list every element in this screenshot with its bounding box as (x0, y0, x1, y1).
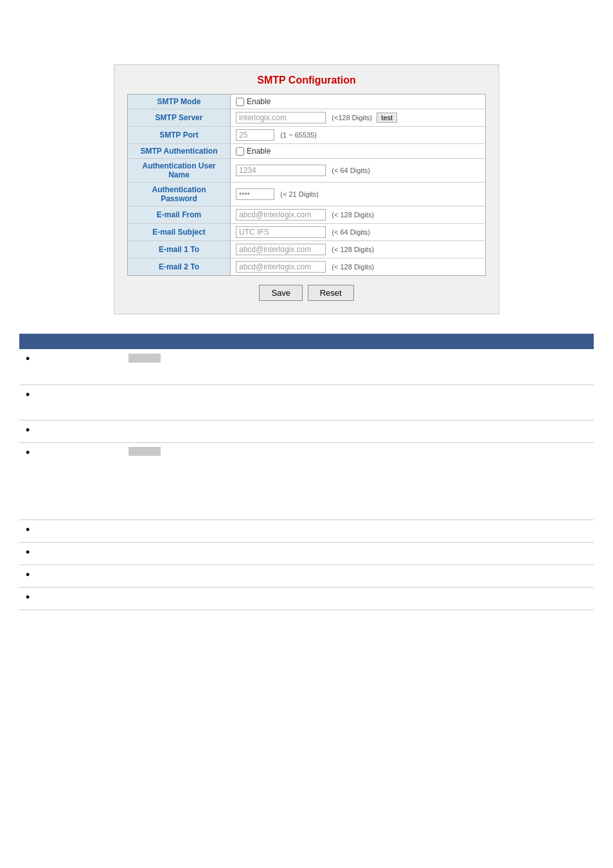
auth-password-value: (< 21 Digits) (231, 183, 486, 206)
email-from-hint: (< 128 Digits) (332, 211, 374, 219)
list-item: • (19, 420, 594, 442)
smtp-port-hint: (1 ~ 65535) (280, 131, 317, 139)
bullet-icon: • (26, 546, 30, 559)
lower-row-col2 (122, 442, 594, 520)
smtp-card: SMTP Configuration SMTP Mode Enable SMTP… (114, 64, 499, 314)
list-item: • (19, 542, 594, 565)
page-wrapper: SMTP Configuration SMTP Mode Enable SMTP… (0, 0, 613, 623)
email2-to-input[interactable] (236, 261, 326, 273)
lower-row-col1: • (19, 565, 122, 587)
lower-row-col2 (122, 520, 594, 542)
table-row: SMTP Mode Enable (128, 95, 486, 109)
lower-table-header-col1 (19, 334, 122, 349)
table-row: SMTP Authentication Enable (128, 144, 486, 159)
smtp-mode-value: Enable (231, 95, 486, 109)
lower-table-header-row (19, 334, 594, 349)
lower-table: • • • (19, 334, 594, 610)
bullet-icon: • (26, 523, 30, 536)
table-row: Authentication Password (< 21 Digits) (128, 183, 486, 206)
smtp-table: SMTP Mode Enable SMTP Server (<128 Digit… (127, 94, 486, 276)
list-item: • (19, 349, 594, 384)
smtp-auth-label: SMTP Authentication (128, 144, 231, 159)
table-row: E-mail Subject (< 64 Digits) (128, 224, 486, 241)
email2-to-label: E-mail 2 To (128, 258, 231, 276)
smtp-port-input[interactable] (236, 129, 274, 141)
lower-row-col1: • (19, 442, 122, 520)
email-subject-input[interactable] (236, 226, 326, 238)
smtp-mode-label: SMTP Mode (128, 95, 231, 109)
lower-row-col1: • (19, 542, 122, 565)
email-subject-label: E-mail Subject (128, 224, 231, 241)
reset-button[interactable]: Reset (308, 285, 354, 301)
auth-password-label: Authentication Password (128, 183, 231, 206)
smtp-server-label: SMTP Server (128, 109, 231, 127)
smtp-auth-checkbox-label[interactable]: Enable (236, 147, 480, 156)
email1-to-hint: (< 128 Digits) (332, 246, 374, 253)
lower-row-col1: • (19, 587, 122, 610)
lower-row-col1: • (19, 520, 122, 542)
list-item: • (19, 587, 594, 610)
lower-table-header-col2 (122, 334, 594, 349)
smtp-auth-value: Enable (231, 144, 486, 159)
list-item: • (19, 565, 594, 587)
smtp-server-value: (<128 Digits) test (231, 109, 486, 127)
smtp-mode-enable-text: Enable (247, 97, 271, 106)
email-from-label: E-mail From (128, 206, 231, 224)
email2-to-value: (< 128 Digits) (231, 258, 486, 276)
bullet-icon: • (26, 568, 30, 581)
list-item: • (19, 384, 594, 420)
bullet-icon: • (26, 424, 30, 437)
smtp-auth-enable-text: Enable (247, 147, 271, 156)
smtp-mode-checkbox[interactable] (236, 98, 244, 106)
email-subject-value: (< 64 Digits) (231, 224, 486, 241)
auth-username-input[interactable] (236, 165, 326, 176)
lower-row-col1: • (19, 349, 122, 384)
table-row: E-mail 1 To (< 128 Digits) (128, 241, 486, 258)
save-button[interactable]: Save (259, 285, 303, 301)
table-row: Authentication User Name (< 64 Digits) (128, 159, 486, 183)
email2-to-hint: (< 128 Digits) (332, 263, 374, 271)
smtp-server-input[interactable] (236, 112, 326, 123)
lower-section: • • • (19, 334, 594, 610)
smtp-mode-checkbox-label[interactable]: Enable (236, 97, 480, 106)
table-row: SMTP Port (1 ~ 65535) (128, 127, 486, 144)
smtp-card-title: SMTP Configuration (127, 75, 486, 86)
email-from-value: (< 128 Digits) (231, 206, 486, 224)
email1-to-value: (< 128 Digits) (231, 241, 486, 258)
auth-username-hint: (< 64 Digits) (332, 167, 370, 174)
list-item: • (19, 442, 594, 520)
bullet-icon: • (26, 591, 30, 604)
smtp-test-button[interactable]: test (377, 113, 397, 123)
smtp-auth-checkbox[interactable] (236, 147, 244, 156)
email1-to-input[interactable] (236, 244, 326, 255)
lower-row-col2 (122, 420, 594, 442)
email1-to-label: E-mail 1 To (128, 241, 231, 258)
auth-username-value: (< 64 Digits) (231, 159, 486, 183)
lower-row-col2 (122, 565, 594, 587)
lower-row-col2 (122, 587, 594, 610)
bullet-icon: • (26, 352, 30, 365)
lower-row-col1: • (19, 420, 122, 442)
bullet-icon: • (26, 388, 30, 401)
auth-password-hint: (< 21 Digits) (280, 190, 319, 198)
smtp-server-hint: (<128 Digits) (332, 114, 372, 122)
auth-password-input[interactable] (236, 188, 274, 200)
auth-username-label: Authentication User Name (128, 159, 231, 183)
smtp-port-value: (1 ~ 65535) (231, 127, 486, 144)
table-row: SMTP Server (<128 Digits) test (128, 109, 486, 127)
table-row: E-mail From (< 128 Digits) (128, 206, 486, 224)
table-row: E-mail 2 To (< 128 Digits) (128, 258, 486, 276)
email-subject-hint: (< 64 Digits) (332, 228, 370, 236)
bullet-icon: • (26, 446, 30, 459)
lower-row-col1: • (19, 384, 122, 420)
email-from-input[interactable] (236, 209, 326, 221)
list-item: • (19, 520, 594, 542)
gray-block (129, 447, 161, 456)
buttons-row: Save Reset (127, 285, 486, 301)
smtp-port-label: SMTP Port (128, 127, 231, 144)
gray-block (129, 354, 161, 363)
lower-row-col2 (122, 384, 594, 420)
lower-row-col2 (122, 349, 594, 384)
lower-row-col2 (122, 542, 594, 565)
